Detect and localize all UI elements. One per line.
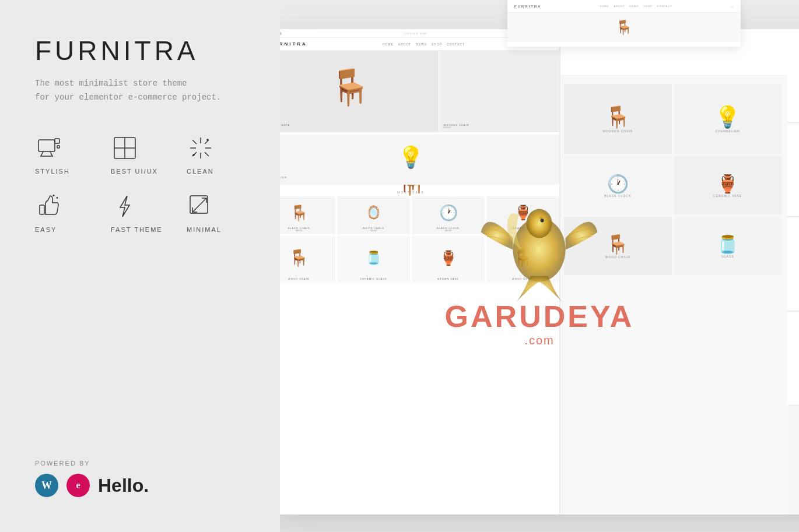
product-ceramic-vase[interactable]: 🏺 CERAMIC VASE $28.00 (486, 196, 559, 234)
brand-title: FURNITRA (35, 35, 251, 66)
ceramic-vase-price: $28.00 (520, 230, 526, 232)
right-p5-label: WOOD CHAIR (605, 255, 630, 259)
powered-label: POWERED BY (35, 460, 251, 467)
powered-by-section: POWERED BY W e Hello. (35, 460, 251, 497)
right-p3-img: 🕐 (607, 174, 629, 194)
mock-hero-large-chair: 🪑 WOODEN SOFA $98.00 (280, 51, 438, 132)
best-uiux-label: BEST UI/UX (111, 168, 158, 175)
white-table-price: $55.00 (370, 230, 377, 232)
product-ceramic-glass[interactable]: 🫙 CERAMIC GLASS (337, 236, 410, 283)
top-snippet-hero: 🪑 (507, 13, 741, 42)
brown-vase-emoji: 🏺 (440, 250, 457, 266)
feature-minimal: MINIMAL (187, 192, 251, 233)
hello-logo: Hello. (98, 475, 149, 496)
wood-chair-3-label: WOOD CHAIR (512, 277, 533, 280)
top-nav-news[interactable]: NEWS (629, 5, 639, 8)
chandelier-card: 💡 CHANDELIER $65.00 (280, 135, 559, 185)
svg-line-1 (41, 152, 43, 156)
mockup-top-snippet: FURNITRA HOME ABOUT NEWS SHOP CONTACT ⌕ … (507, 0, 741, 47)
wooden-sofa-label: WOODEN SOFA (280, 124, 290, 126)
svg-line-15 (205, 140, 209, 144)
stylish-label: STYLISH (35, 168, 70, 175)
wood-chair-3-img: 🪑 (489, 238, 557, 277)
chandelier-img: 💡 (398, 145, 424, 170)
right-panel: GARUDEYA .com furnitra.com ⌕ (280, 0, 799, 532)
mockup-spread: furnitra.com ⌕ FURNITRA HOME ABOUT NEWS … (280, 29, 799, 515)
chair-emoji: 🪑 (290, 204, 309, 222)
brand-subtitle: The most minimalist store theme for your… (35, 77, 251, 105)
stylish-icon (35, 134, 63, 162)
mock-product-grid: 🪑 BLACK CHAIR $88.00 🪞 WHITE TABLE $55.0… (280, 196, 559, 234)
nav-about[interactable]: ABOUT (398, 43, 411, 46)
top-nav-shop[interactable]: SHOP (643, 5, 652, 8)
mock-nav-links: HOME ABOUT NEWS SHOP CONTACT (383, 43, 465, 46)
product-black-clock[interactable]: 🕐 BLACK CLOCK $32.00 (412, 196, 485, 234)
mock-hero-section: 🪑 WOODEN SOFA $98.00 🪑 WOODEN CHAIR $120… (280, 51, 559, 132)
minimal-label: MINIMAL (187, 226, 222, 233)
right-product-6[interactable]: 🫙 GLASS (674, 217, 782, 275)
chandelier-label: CHANDELIER (280, 176, 287, 179)
easy-icon (35, 192, 63, 220)
right-product-2[interactable]: 💡 CHANDELIER (674, 84, 782, 154)
right-product-1[interactable]: 🪑 WOODEN CHAIR (564, 84, 672, 154)
right-p6-img: 🫙 (717, 234, 738, 255)
glass-emoji: 🫙 (366, 251, 381, 266)
clock-emoji: 🕐 (439, 204, 458, 222)
brown-vase-label: BROWN VASE (437, 277, 459, 280)
right-p2-img: 💡 (714, 105, 741, 129)
fast-icon (111, 192, 139, 220)
ui-ux-icon (111, 134, 139, 162)
product-brown-vase[interactable]: 🏺 BROWN VASE (412, 236, 485, 283)
black-clock-img: 🕐 (414, 199, 482, 227)
wooden-sofa-price: $98.00 (280, 126, 290, 129)
chandelier-section: 💡 CHANDELIER $65.00 (280, 135, 559, 187)
svg-line-16 (192, 152, 197, 156)
svg-line-13 (192, 140, 197, 144)
right-product-4[interactable]: 🏺 CERAMIC VASE (674, 156, 782, 214)
mockup-right-page: FURNITRA HOME ABOUT NEWS SHOP CONTACT 🪵 … (560, 29, 799, 515)
top-nav-about[interactable]: ABOUT (614, 5, 625, 8)
clean-icon (187, 134, 215, 162)
top-nav-contact[interactable]: CONTACT (657, 5, 672, 8)
feature-easy: EASY (35, 192, 99, 233)
easy-label: EASY (35, 226, 57, 233)
nav-home[interactable]: HOME (383, 43, 394, 46)
product-wood-chair-3[interactable]: 🪑 WOOD CHAIR (486, 236, 559, 283)
nav-shop[interactable]: SHOP (432, 43, 442, 46)
black-clock-price: $32.00 (445, 230, 451, 232)
mock-url-bar: furnitra.com (405, 31, 427, 35)
svg-line-2 (50, 152, 52, 156)
mockup-left-page: furnitra.com ⌕ FURNITRA HOME ABOUT NEWS … (280, 29, 559, 515)
fast-theme-label: FAST THEME (111, 226, 163, 233)
wood-chair-emoji: 🪑 (289, 248, 309, 267)
nav-news[interactable]: NEWS (416, 43, 427, 46)
elementor-logo: e (66, 474, 90, 497)
right-p1-img: 🪑 (605, 105, 631, 129)
right-product-3[interactable]: 🕐 BLACK CLOCK (564, 156, 672, 214)
feature-clean: CLEAN (187, 134, 251, 175)
nav-contact[interactable]: CONTACT (447, 43, 465, 46)
product-white-table[interactable]: 🪞 WHITE TABLE $55.00 (337, 196, 410, 234)
strip-green-cactus: 🌵 GREEN CACTUS $18.00 (787, 124, 799, 217)
ceramic-glass-img: 🫙 (339, 238, 408, 277)
strip-toned-care: 🪑 TONED CARE $75.00 (787, 218, 799, 311)
ceramic-vase-img: 🏺 (489, 199, 557, 227)
mock-hero-small-chair: 🪑 WOODEN CHAIR $120.00 (440, 51, 559, 132)
powered-logos: W e Hello. (35, 474, 251, 497)
product-wood-chair-2[interactable]: 🪑 WOOD CHAIR (280, 236, 335, 283)
top-snippet-chair: 🪑 (615, 19, 633, 36)
feature-best-uiux: BEST UI/UX (111, 134, 175, 175)
mock-product-grid-bottom: 🪑 WOOD CHAIR 🫙 CERAMIC GLASS 🏺 (280, 236, 559, 283)
top-search-icon: ⌕ (731, 3, 734, 9)
right-product-5[interactable]: 🪑 WOOD CHAIR (564, 217, 672, 275)
right-p1-label: WOODEN CHAIR (602, 129, 633, 133)
product-black-chair[interactable]: 🪑 BLACK CHAIR $88.00 (280, 196, 335, 234)
wooden-chair-price: $120.00 (444, 126, 451, 129)
wood-chair3-emoji: 🪑 (513, 248, 533, 267)
table-emoji: 🪞 (366, 205, 381, 220)
black-chair-price: $88.00 (296, 230, 302, 232)
top-nav-home[interactable]: HOME (600, 5, 609, 8)
left-panel: FURNITRA The most minimalist store theme… (0, 0, 280, 532)
wooden-sofa-info: WOODEN SOFA $98.00 (280, 124, 290, 129)
main-container: FURNITRA The most minimalist store theme… (0, 0, 799, 532)
